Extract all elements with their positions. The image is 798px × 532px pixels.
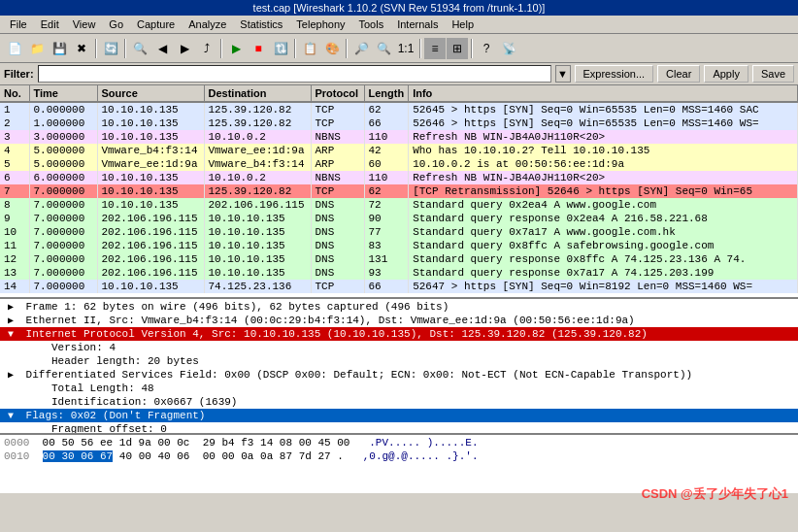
cell-time: 7.000000 (29, 184, 97, 198)
filter-input[interactable] (38, 65, 551, 83)
packet-table: No. Time Source Destination Protocol Len… (0, 85, 798, 293)
cell-proto: DNS (311, 252, 364, 266)
menu-bar: File Edit View Go Capture Analyze Statis… (0, 16, 798, 34)
menu-telephony[interactable]: Telephony (290, 17, 350, 31)
tb-pkt-list[interactable]: ≡ (424, 38, 446, 59)
menu-file[interactable]: File (4, 17, 33, 31)
menu-analyze[interactable]: Analyze (183, 17, 232, 31)
cell-time: 7.000000 (29, 212, 97, 225)
apply-button[interactable]: Apply (704, 65, 748, 83)
col-header-destination[interactable]: Destination (204, 85, 311, 102)
menu-help[interactable]: Help (446, 17, 480, 31)
tb-help[interactable]: ? (476, 38, 497, 59)
menu-internals[interactable]: Internals (391, 17, 444, 31)
expression-button[interactable]: Expression... (575, 65, 654, 83)
detail-row[interactable]: ▶ Ethernet II, Src: Vmware_b4:f3:14 (00:… (0, 314, 798, 327)
filter-dropdown-btn[interactable]: ▼ (555, 65, 571, 83)
table-row[interactable]: 4 5.000000 Vmware_b4:f3:14 Vmware_ee:1d:… (0, 144, 798, 157)
tb-wifi[interactable]: 📡 (498, 38, 519, 59)
detail-row[interactable]: Version: 4 (0, 341, 798, 354)
tb-capture-start[interactable]: ▶ (225, 38, 247, 59)
menu-edit[interactable]: Edit (35, 17, 65, 31)
detail-row[interactable]: Identification: 0x0667 (1639) (0, 395, 798, 409)
table-row[interactable]: 6 6.000000 10.10.10.135 10.10.0.2 NBNS 1… (0, 171, 798, 184)
cell-no: 8 (0, 198, 29, 212)
table-row[interactable]: 8 7.000000 10.10.10.135 202.106.196.115 … (0, 198, 798, 212)
tb-find[interactable]: 🔍 (129, 38, 150, 59)
tb-new[interactable]: 📄 (4, 38, 25, 59)
cell-info: 52647 > https [SYN] Seq=0 Win=8192 Len=0… (409, 280, 798, 293)
col-header-source[interactable]: Source (97, 85, 204, 102)
col-header-length[interactable]: Length (364, 85, 409, 102)
detail-row[interactable]: Fragment offset: 0 (0, 422, 798, 435)
cell-src: 202.106.196.115 (97, 252, 204, 266)
table-row[interactable]: 5 5.000000 Vmware_ee:1d:9a Vmware_b4:f3:… (0, 157, 798, 171)
title-bar: test.cap [Wireshark 1.10.2 (SVN Rev 5193… (0, 0, 798, 16)
table-row[interactable]: 9 7.000000 202.106.196.115 10.10.10.135 … (0, 212, 798, 225)
tb-next[interactable]: ▶ (174, 38, 195, 59)
sep4 (294, 39, 296, 58)
cell-info: Standard query 0x2ea4 A www.google.com (409, 198, 798, 212)
clear-button[interactable]: Clear (657, 65, 700, 83)
menu-tools[interactable]: Tools (353, 17, 390, 31)
toolbar: 📄 📁 💾 ✖ 🔄 🔍 ◀ ▶ ⤴ ▶ ■ 🔃 📋 🎨 🔎 🔍 1:1 ≡ ⊞ … (0, 34, 798, 63)
detail-row[interactable]: ▼ Flags: 0x02 (Don't Fragment) (0, 409, 798, 422)
tb-prev[interactable]: ◀ (151, 38, 173, 59)
tb-open[interactable]: 📁 (26, 38, 48, 59)
cell-no: 5 (0, 157, 29, 171)
col-header-protocol[interactable]: Protocol (311, 85, 364, 102)
tb-save[interactable]: 💾 (49, 38, 70, 59)
menu-go[interactable]: Go (103, 17, 129, 31)
save-button[interactable]: Save (752, 65, 794, 83)
tb-capture-stop[interactable]: ■ (248, 38, 269, 59)
expand-icon (33, 356, 45, 367)
cell-len: 72 (364, 198, 409, 212)
cell-proto: TCP (311, 116, 364, 130)
col-header-info[interactable]: Info (409, 85, 798, 102)
table-row[interactable]: 13 7.000000 202.106.196.115 10.10.10.135… (0, 266, 798, 280)
detail-row[interactable]: Total Length: 48 (0, 382, 798, 395)
table-row[interactable]: 2 1.000000 10.10.10.135 125.39.120.82 TC… (0, 116, 798, 130)
cell-proto: ARP (311, 157, 364, 171)
cell-time: 5.000000 (29, 144, 97, 157)
detail-row[interactable]: ▼ Internet Protocol Version 4, Src: 10.1… (0, 327, 798, 341)
tb-goto[interactable]: ⤴ (196, 38, 217, 59)
tb-filter-list[interactable]: 📋 (299, 38, 320, 59)
cell-len: 77 (364, 225, 409, 239)
detail-row[interactable]: Header length: 20 bytes (0, 354, 798, 368)
detail-row[interactable]: ▶ Differentiated Services Field: 0x00 (D… (0, 368, 798, 382)
tb-pkt-detail[interactable]: ⊞ (447, 38, 468, 59)
tb-reload[interactable]: 🔄 (100, 38, 121, 59)
table-row[interactable]: 10 7.000000 202.106.196.115 10.10.10.135… (0, 225, 798, 239)
cell-time: 6.000000 (29, 171, 97, 184)
table-row[interactable]: 12 7.000000 202.106.196.115 10.10.10.135… (0, 252, 798, 266)
col-header-time[interactable]: Time (29, 85, 97, 102)
packet-detail[interactable]: ▶ Frame 1: 62 bytes on wire (496 bits), … (0, 299, 798, 435)
tb-coloring[interactable]: 🎨 (321, 38, 343, 59)
tb-zoom-in[interactable]: 🔎 (350, 38, 372, 59)
cell-time: 3.000000 (29, 130, 97, 144)
tb-normal-size[interactable]: 1:1 (395, 38, 416, 59)
title-text: test.cap [Wireshark 1.10.2 (SVN Rev 5193… (253, 2, 546, 14)
cell-len: 90 (364, 212, 409, 225)
cell-info: Standard query 0x8ffc A safebrowsing.goo… (409, 239, 798, 252)
tb-capture-restart[interactable]: 🔃 (270, 38, 291, 59)
table-row[interactable]: 14 7.000000 10.10.10.135 74.125.23.136 T… (0, 280, 798, 293)
cell-src: 202.106.196.115 (97, 225, 204, 239)
col-header-no[interactable]: No. (0, 85, 29, 102)
table-row[interactable]: 7 7.000000 10.10.10.135 125.39.120.82 TC… (0, 184, 798, 198)
table-row[interactable]: 3 3.000000 10.10.10.135 10.10.0.2 NBNS 1… (0, 130, 798, 144)
hex-dump[interactable]: 0000 00 50 56 ee 1d 9a 00 0c 29 b4 f3 14… (0, 435, 798, 493)
table-row[interactable]: 1 0.000000 10.10.10.135 125.39.120.82 TC… (0, 102, 798, 116)
cell-proto: TCP (311, 184, 364, 198)
cell-time: 7.000000 (29, 198, 97, 212)
tb-close[interactable]: ✖ (71, 38, 92, 59)
table-row[interactable]: 11 7.000000 202.106.196.115 10.10.10.135… (0, 239, 798, 252)
cell-info: Refresh NB WIN-JB4A0JH110R<20> (409, 130, 798, 144)
detail-row[interactable]: ▶ Frame 1: 62 bytes on wire (496 bits), … (0, 300, 798, 314)
menu-view[interactable]: View (67, 17, 102, 31)
packet-list[interactable]: No. Time Source Destination Protocol Len… (0, 85, 798, 299)
menu-statistics[interactable]: Statistics (234, 17, 288, 31)
tb-zoom-out[interactable]: 🔍 (373, 38, 394, 59)
menu-capture[interactable]: Capture (131, 17, 181, 31)
